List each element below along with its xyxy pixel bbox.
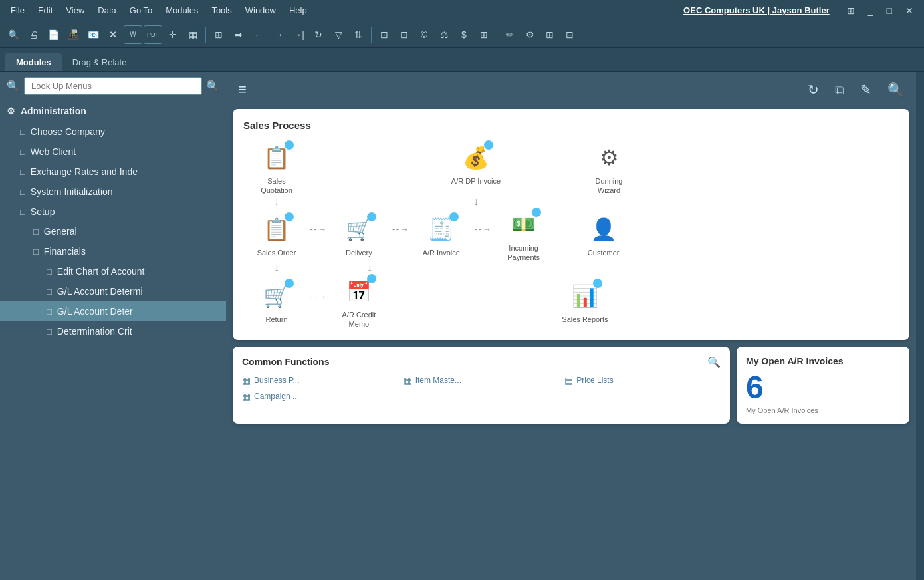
menu-file[interactable]: File — [5, 4, 30, 17]
toolbar-refresh[interactable]: ↻ — [309, 25, 328, 44]
sales-order-icon-wrap: 📋 — [259, 212, 294, 247]
menu-bar: File Edit View Data Go To Modules Tools … — [0, 0, 924, 21]
toolbar-b5[interactable]: $ — [455, 25, 473, 44]
toolbar-b2[interactable]: ⊡ — [395, 25, 413, 44]
close-btn[interactable]: ✕ — [900, 4, 919, 17]
toolbar-x[interactable]: ✕ — [104, 25, 122, 44]
toolbar-nav2[interactable]: ⊟ — [560, 25, 579, 44]
toolbar-print2[interactable]: 📄 — [44, 25, 62, 44]
menu-edit[interactable]: Edit — [33, 4, 58, 17]
toolbar-nav[interactable]: ⊞ — [540, 25, 559, 44]
edit-icon[interactable]: ✎ — [858, 79, 874, 100]
cf-item-item-master[interactable]: ▦ Item Maste... — [404, 375, 560, 386]
down-arrow-3: ↓ — [274, 262, 279, 274]
sidebar-item-determination-crit[interactable]: □ Determination Crit — [0, 321, 226, 341]
dunning-wizard-icon-wrap: ⚙ — [592, 140, 626, 175]
tab-modules[interactable]: Modules — [5, 53, 62, 71]
sidebar-section-administration[interactable]: ⚙ Administration — [0, 100, 226, 122]
toolbar-forward[interactable]: → — [269, 25, 288, 44]
copy-icon[interactable]: ⧉ — [832, 80, 847, 100]
minimize-btn[interactable]: _ — [863, 4, 879, 17]
hamburger-icon[interactable]: ≡ — [235, 78, 249, 101]
toolbar-back[interactable]: ← — [249, 25, 268, 44]
tab-drag-relate[interactable]: Drag & Relate — [62, 53, 138, 71]
toolbar-sort[interactable]: ⇅ — [349, 25, 368, 44]
node-sales-quotation[interactable]: 📋 SalesQuotation — [243, 140, 310, 196]
node-ar-invoice[interactable]: 🧾 A/R Invoice — [408, 212, 475, 257]
node-customer[interactable]: 👤 Customer — [570, 212, 637, 257]
return-icon: 🛒 — [263, 283, 290, 309]
search-submit-icon[interactable]: 🔍 — [206, 80, 219, 92]
sidebar-item-edit-chart[interactable]: □ Edit Chart of Account — [0, 261, 226, 281]
toolbar-settings[interactable]: ⚙ — [520, 25, 539, 44]
air-invoices-title: My Open A/R Invoices — [746, 356, 900, 366]
toolbar-forward2[interactable]: →| — [289, 25, 308, 44]
node-dunning-wizard[interactable]: ⚙ DunningWizard — [576, 140, 642, 196]
search-icon[interactable]: 🔍 — [885, 79, 907, 100]
price-lists-icon: ▤ — [564, 375, 573, 386]
node-sales-order[interactable]: 📋 Sales Order — [243, 212, 310, 257]
sidebar-item-setup[interactable]: □ Setup — [0, 202, 226, 221]
bottom-row: Common Functions 🔍 ▦ Business P... ▦ Ite… — [233, 347, 909, 424]
sidebar-item-financials[interactable]: □ Financials — [0, 241, 226, 261]
right-scrollbar[interactable] — [916, 72, 924, 580]
maximize-btn[interactable]: □ — [881, 4, 897, 17]
cf-item-price-lists[interactable]: ▤ Price Lists — [564, 375, 721, 386]
node-ar-dp-invoice[interactable]: 💰 A/R DP Invoice — [443, 140, 509, 186]
sidebar-item-web-client[interactable]: □ Web Client — [0, 142, 226, 162]
sidebar-search-icon[interactable]: 🔍 — [7, 80, 20, 92]
arrow-down-ret: ↓ — [243, 262, 310, 274]
sidebar-item-system-init[interactable]: □ System Initialization — [0, 182, 226, 202]
menu-goto[interactable]: Go To — [124, 4, 158, 17]
node-return[interactable]: 🛒 Return — [243, 279, 310, 324]
menu-modules[interactable]: Modules — [160, 4, 203, 17]
sidebar-item-general[interactable]: □ General — [0, 221, 226, 241]
financials-icon: □ — [33, 247, 39, 257]
toolbar-filter[interactable]: ▽ — [329, 25, 348, 44]
toolbar-grid[interactable]: ▦ — [183, 25, 202, 44]
node-incoming-payments[interactable]: 💵 IncomingPayments — [491, 208, 557, 263]
toolbar-b4[interactable]: ⚖ — [435, 25, 453, 44]
toolbar-b3[interactable]: © — [415, 25, 433, 44]
menu-window[interactable]: Window — [240, 4, 281, 17]
menu-data[interactable]: Data — [92, 4, 121, 17]
node-ar-credit-memo[interactable]: 📅 A/R CreditMemo — [326, 274, 392, 329]
toolbar-collapse[interactable]: ➡ — [229, 25, 248, 44]
toolbar-b6[interactable]: ⊞ — [475, 25, 493, 44]
exchange-rates-icon: □ — [20, 167, 25, 177]
sidebar-item-gl-account-determi[interactable]: □ G/L Account Determi — [0, 281, 226, 301]
content-area: ≡ ↻ ⧉ ✎ 🔍 Sales Process 📋 — [226, 72, 916, 580]
sales-reports-badge — [593, 279, 602, 288]
cf-item-campaign[interactable]: ▦ Campaign ... — [242, 391, 398, 402]
toolbar-pdf[interactable]: PDF — [144, 25, 162, 44]
toolbar-expand[interactable]: ⊞ — [209, 25, 228, 44]
node-delivery[interactable]: 🛒 Delivery — [326, 212, 392, 257]
process-row-3: 🛒 Return - - → 📅 A/R CreditMemo — [243, 274, 899, 329]
toolbar-fax[interactable]: 📠 — [64, 25, 82, 44]
toolbar-search[interactable]: 🔍 — [4, 25, 23, 44]
cf-search-icon[interactable]: 🔍 — [707, 356, 721, 368]
sales-quotation-badge — [285, 140, 294, 150]
toolbar-b1[interactable]: ⊡ — [375, 25, 394, 44]
return-badge — [285, 279, 294, 288]
edit-chart-label: Edit Chart of Account — [57, 266, 145, 277]
sidebar-item-gl-account-deter[interactable]: □ G/L Account Deter — [0, 301, 226, 321]
toolbar-email[interactable]: 📧 — [84, 25, 102, 44]
cf-items: ▦ Business P... ▦ Item Maste... ▤ Price … — [242, 375, 721, 402]
search-input[interactable] — [24, 77, 202, 95]
sidebar-item-exchange-rates[interactable]: □ Exchange Rates and Inde — [0, 162, 226, 182]
node-sales-reports[interactable]: 📊 Sales Reports — [552, 279, 618, 324]
sidebar-item-choose-company[interactable]: □ Choose Company — [0, 122, 226, 142]
cf-item-business-partner[interactable]: ▦ Business P... — [242, 375, 398, 386]
gl-account-determi-label: G/L Account Determi — [57, 286, 143, 297]
menu-help[interactable]: Help — [284, 4, 312, 17]
menu-view[interactable]: View — [60, 4, 90, 17]
toolbar-edit[interactable]: ✏ — [501, 25, 519, 44]
refresh-icon[interactable]: ↻ — [805, 79, 822, 100]
toolbar-word[interactable]: W — [124, 25, 142, 44]
arrow-so-del: - - → — [310, 224, 326, 245]
menu-tools[interactable]: Tools — [206, 4, 237, 17]
toolbar-print[interactable]: 🖨 — [24, 25, 43, 44]
cf-item-item-master-label: Item Maste... — [415, 376, 461, 385]
toolbar-move[interactable]: ✛ — [164, 25, 182, 44]
